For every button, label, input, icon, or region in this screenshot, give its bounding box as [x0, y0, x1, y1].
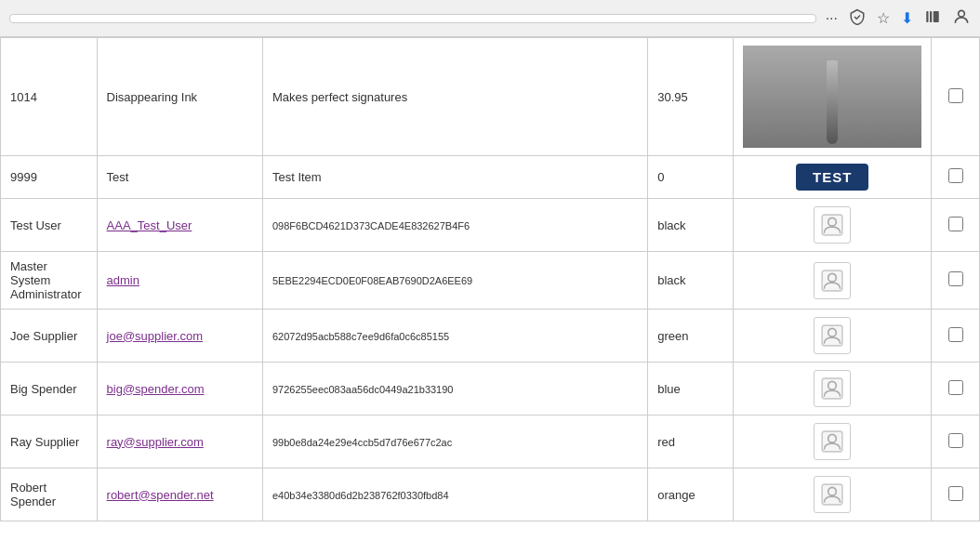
cell-description: 5EBE2294ECD0E0F08EAB7690D2A6EE69 [262, 252, 647, 310]
cell-image: TEST [734, 156, 932, 199]
cell-price: orange [648, 468, 734, 521]
cell-price: 30.95 [648, 38, 734, 156]
cell-image [734, 38, 932, 156]
cell-name: big@spender.com [97, 363, 262, 416]
svg-rect-0 [926, 11, 928, 22]
row-checkbox[interactable] [948, 380, 963, 395]
cell-checkbox[interactable] [932, 310, 980, 363]
test-badge: TEST [796, 164, 868, 191]
table-row: 9999TestTest Item0TEST [1, 156, 980, 199]
library-icon[interactable] [924, 8, 941, 29]
url-bar[interactable] [9, 14, 816, 23]
row-checkbox[interactable] [948, 486, 963, 501]
cell-id: Test User [1, 199, 98, 252]
table-row: Robert Spenderrobert@spender.nete40b34e3… [1, 468, 980, 521]
cell-name: robert@spender.net [97, 468, 262, 521]
cell-image [734, 416, 932, 468]
cell-checkbox[interactable] [932, 363, 980, 416]
cell-image [734, 310, 932, 363]
name-link[interactable]: admin [107, 273, 139, 287]
download-icon[interactable]: ⬇ [901, 9, 913, 27]
row-checkbox[interactable] [948, 217, 963, 231]
cell-id: Joe Supplier [1, 310, 98, 363]
cell-price: green [648, 310, 734, 363]
cell-price: red [648, 416, 734, 468]
table-row: Test UserAAA_Test_User098F6BCD4621D373CA… [1, 199, 980, 252]
name-link[interactable]: joe@supplier.com [107, 329, 204, 343]
cell-checkbox[interactable] [932, 156, 980, 199]
table-row: Master System Administratoradmin5EBE2294… [1, 252, 980, 310]
row-checkbox[interactable] [948, 433, 963, 448]
cell-name: admin [97, 252, 262, 310]
cell-description: 098F6BCD4621D373CADE4E832627B4F6 [262, 199, 647, 252]
cell-name: Test [97, 156, 262, 199]
svg-rect-2 [934, 11, 939, 22]
cell-checkbox[interactable] [932, 468, 980, 521]
cell-id: Master System Administrator [1, 252, 98, 310]
cell-id: Ray Supplier [1, 416, 98, 468]
pocket-icon[interactable] [849, 8, 866, 29]
bookmark-icon[interactable]: ☆ [877, 9, 890, 27]
cell-image [734, 252, 932, 310]
cell-description: 9726255eec083aa56dc0449a21b33190 [262, 363, 647, 416]
user-image-icon [814, 370, 851, 407]
cell-description: Test Item [262, 156, 647, 199]
svg-rect-1 [930, 11, 932, 22]
user-image-icon [814, 262, 851, 299]
cell-image [734, 468, 932, 521]
user-image-icon [814, 423, 851, 460]
cell-image [734, 199, 932, 252]
name-link[interactable]: ray@supplier.com [107, 435, 204, 449]
row-checkbox[interactable] [948, 168, 963, 183]
name-link[interactable]: AAA_Test_User [107, 218, 192, 232]
table-row: Joe Supplierjoe@supplier.com62072d95acb5… [1, 310, 980, 363]
cell-name: Disappearing Ink [97, 38, 262, 156]
name-link[interactable]: big@spender.com [107, 382, 205, 396]
cell-name: AAA_Test_User [97, 199, 262, 252]
cell-image [734, 363, 932, 416]
cell-id: Robert Spender [1, 468, 98, 521]
table-row: Ray Supplierray@supplier.com99b0e8da24e2… [1, 416, 980, 468]
table-row: 1014Disappearing InkMakes perfect signat… [1, 38, 980, 156]
cell-id: Big Spender [1, 363, 98, 416]
user-image-icon [814, 206, 851, 244]
cell-price: black [648, 199, 734, 252]
user-image-icon [814, 476, 851, 513]
cell-checkbox[interactable] [932, 252, 980, 310]
user-image-icon [814, 317, 851, 354]
cell-checkbox[interactable] [932, 38, 980, 156]
cell-name: joe@supplier.com [97, 310, 262, 363]
cell-price: black [648, 252, 734, 310]
cell-checkbox[interactable] [932, 416, 980, 468]
row-checkbox[interactable] [948, 327, 963, 342]
profile-icon[interactable] [952, 7, 971, 30]
svg-point-3 [959, 10, 965, 17]
cell-description: 99b0e8da24e29e4ccb5d7d76e677c2ac [262, 416, 647, 468]
cell-description: e40b34e3380d6d2b238762f0330fbd84 [262, 468, 647, 521]
results-table-wrapper: 1014Disappearing InkMakes perfect signat… [0, 37, 980, 521]
browser-toolbar: ··· ☆ ⬇ [0, 0, 980, 37]
cell-price: 0 [648, 156, 734, 199]
more-options-icon[interactable]: ··· [826, 10, 838, 27]
cell-checkbox[interactable] [932, 199, 980, 252]
cell-id: 9999 [1, 156, 98, 199]
name-link[interactable]: robert@spender.net [107, 488, 214, 502]
row-checkbox[interactable] [948, 271, 963, 286]
cell-price: blue [648, 363, 734, 416]
cell-description: 62072d95acb588c7ee9d6fa0c6c85155 [262, 310, 647, 363]
cell-description: Makes perfect signatures [262, 38, 647, 156]
product-image [743, 46, 921, 148]
table-row: Big Spenderbig@spender.com9726255eec083a… [1, 363, 980, 416]
row-checkbox[interactable] [948, 88, 963, 103]
results-table: 1014Disappearing InkMakes perfect signat… [0, 37, 980, 521]
cell-id: 1014 [1, 38, 98, 156]
cell-name: ray@supplier.com [97, 416, 262, 468]
